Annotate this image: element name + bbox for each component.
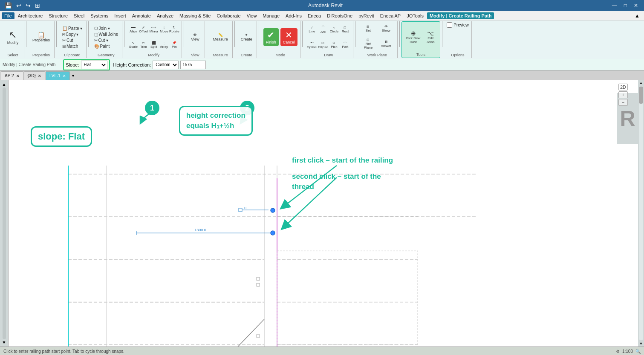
paste-button[interactable]: 📋 Paste▾ [61, 26, 84, 31]
modify-button[interactable]: ↖ Modify [4, 28, 21, 47]
properties-button[interactable]: 📋 Properties [31, 31, 52, 43]
partial-ellipse-btn[interactable]: ◠Part [340, 40, 350, 49]
menu-manage[interactable]: Manage [260, 12, 282, 19]
modify-icon: ↖ [9, 29, 17, 41]
pin-button[interactable]: 📌Pin [170, 40, 179, 49]
status-settings-icon[interactable]: ⚙ [616, 349, 620, 354]
scroll-up-btn[interactable]: ▲ [638, 80, 644, 86]
rotate-button[interactable]: ↻Rotate [170, 25, 179, 34]
wall-joins-button[interactable]: ◫ Wall Joins [93, 32, 119, 37]
menu-architecture[interactable]: Architecture [15, 12, 46, 19]
minimize-btn[interactable]: — [609, 2, 620, 9]
menu-file[interactable]: File [2, 12, 14, 19]
scroll-thumb[interactable] [639, 87, 643, 104]
measure-button[interactable]: 📏Measure [211, 32, 230, 42]
nav-zoom-in-btn[interactable]: + [618, 91, 628, 98]
match-button[interactable]: ⊞ Match [61, 44, 84, 49]
menu-steel[interactable]: Steel [71, 12, 87, 19]
viewer-button[interactable]: 🖥Viewer [378, 39, 395, 49]
menu-jotools[interactable]: JOTools [404, 12, 426, 19]
slope-select[interactable]: Flat By Host [81, 61, 107, 69]
maximize-btn[interactable]: □ [621, 2, 630, 9]
ribbon-group-draw: /Line ⌒Arc ○Circle ◻Rect 〜Spline ⬭Ellips… [304, 21, 353, 58]
scale-button[interactable]: ⤡Scale [129, 40, 138, 49]
menu-systems[interactable]: Systems [88, 12, 111, 19]
menu-eneca[interactable]: Eneca [305, 12, 323, 19]
vertical-scrollbar[interactable]: ▲ ▼ [638, 80, 644, 346]
set-icon: ⊞ [367, 25, 370, 29]
view-tab-ap2[interactable]: AP 2 ✕ [1, 71, 23, 80]
ref-plane-button[interactable]: ⊟Ref Plane [360, 37, 377, 50]
ellipse-icon: ⬭ [321, 41, 324, 45]
ribbon-collapse-btn[interactable]: ▲ [632, 13, 642, 19]
scroll-down-btn[interactable]: ▼ [638, 341, 644, 346]
context-bar: Modify | Create Railing Path Slope: Flat… [0, 59, 644, 71]
qa-redo-btn[interactable]: ↪ [24, 2, 32, 9]
sidebar-scroll-up[interactable]: ▲ [2, 82, 6, 87]
rect-button[interactable]: ◻Rect [340, 25, 350, 34]
preview-checkbox[interactable] [447, 22, 452, 28]
align-button[interactable]: ⟷Align [129, 25, 138, 34]
circle-button[interactable]: ○Circle [329, 25, 339, 34]
view-tab-3d[interactable]: {3D} ✕ [24, 71, 45, 80]
scroll-track[interactable] [639, 87, 643, 340]
circle-icon: ○ [333, 26, 335, 29]
arc-button[interactable]: ⌒Arc [318, 24, 328, 35]
svg-rect-24 [239, 208, 242, 212]
move-button[interactable]: ↕Move [159, 25, 169, 34]
ellipse-button[interactable]: ⬭Ellipse [318, 40, 328, 50]
menu-pyrevit[interactable]: pyRevit [356, 12, 377, 19]
line-button[interactable]: /Line [307, 25, 317, 34]
copy-button[interactable]: ⎘ Copy▾ [61, 32, 84, 37]
cancel-mode-button[interactable]: ✕ Cancel [280, 28, 297, 46]
view-button[interactable]: 👁View [188, 32, 202, 42]
set-workplane-button[interactable]: ⊞Set [360, 24, 377, 33]
tab-lvl1-close[interactable]: ✕ [63, 74, 66, 78]
cut-button[interactable]: ✂ Cut [61, 38, 84, 43]
close-btn[interactable]: ✕ [631, 2, 641, 9]
qa-save-btn[interactable]: 💾 [3, 2, 13, 9]
tab-list-btn[interactable]: ▾ [72, 73, 74, 78]
pick-lines-icon: ⊕ [332, 41, 335, 45]
first-click-text: first click – start of the railing [292, 156, 393, 165]
height-input[interactable] [180, 61, 206, 69]
tab-3d-close[interactable]: ✕ [38, 74, 41, 78]
menu-massing[interactable]: Massing & Site [177, 12, 213, 19]
pick-new-host-button[interactable]: ⊕ Pick NewHost [404, 29, 422, 45]
array-button[interactable]: ⋮Array [159, 40, 169, 49]
height-select[interactable]: Custom Default [153, 61, 179, 69]
menu-insert[interactable]: Insert [112, 12, 129, 19]
create-button[interactable]: ✦Create [239, 32, 254, 42]
qa-new-btn[interactable]: ⊞ [34, 2, 41, 9]
menu-addins[interactable]: Add-Ins [283, 12, 304, 19]
finish-button[interactable]: ✔ Finish [263, 28, 279, 46]
spline-button[interactable]: 〜Spline [307, 40, 317, 50]
paint-button[interactable]: 🎨 Paint [93, 44, 119, 49]
split-button[interactable]: ⬛Split [149, 40, 159, 49]
sidebar-scroll-down[interactable]: ▼ [2, 340, 6, 345]
trim-button[interactable]: ✂Trim [139, 40, 148, 49]
menu-structure[interactable]: Structure [46, 12, 70, 19]
mirror-button[interactable]: ⟺Mirror [149, 25, 159, 34]
tab-ap2-close[interactable]: ✕ [16, 74, 20, 78]
offset-button[interactable]: ⤢Offset [139, 25, 148, 34]
nav-2d-btn[interactable]: 2D [618, 84, 628, 90]
menu-diroots[interactable]: DiRootsOne [324, 12, 355, 19]
view-tab-lvl1[interactable]: LVL-1 ✕ [46, 71, 70, 80]
nav-zoom-out-btn[interactable]: − [618, 99, 628, 106]
show-workplane-button[interactable]: 👁Show [378, 24, 395, 33]
cut-geometry-button[interactable]: ✂ Cut ▾ [93, 38, 119, 43]
edit-joins-button[interactable]: ⌥ EditJoins [424, 29, 437, 45]
menu-view[interactable]: View [244, 12, 260, 19]
qa-undo-btn[interactable]: ↩ [15, 2, 23, 9]
menu-modify-railing[interactable]: Modify | Create Railing Path [427, 12, 494, 19]
menu-collaborate[interactable]: Collaborate [214, 12, 243, 19]
menu-annotate[interactable]: Annotate [130, 12, 153, 19]
status-zoom-btn[interactable]: 🔍 [635, 349, 641, 354]
viewport[interactable]: 1300.0 H 1 2 [9, 80, 638, 346]
preview-checkbox-label[interactable]: Preview [447, 22, 469, 28]
join-button[interactable]: ⬡ Join ▾ [93, 26, 119, 31]
pick-lines-button[interactable]: ⊕Pick [329, 40, 339, 49]
menu-eneca-ap[interactable]: Eneca AP [378, 12, 403, 19]
menu-analyze[interactable]: Analyze [154, 12, 176, 19]
